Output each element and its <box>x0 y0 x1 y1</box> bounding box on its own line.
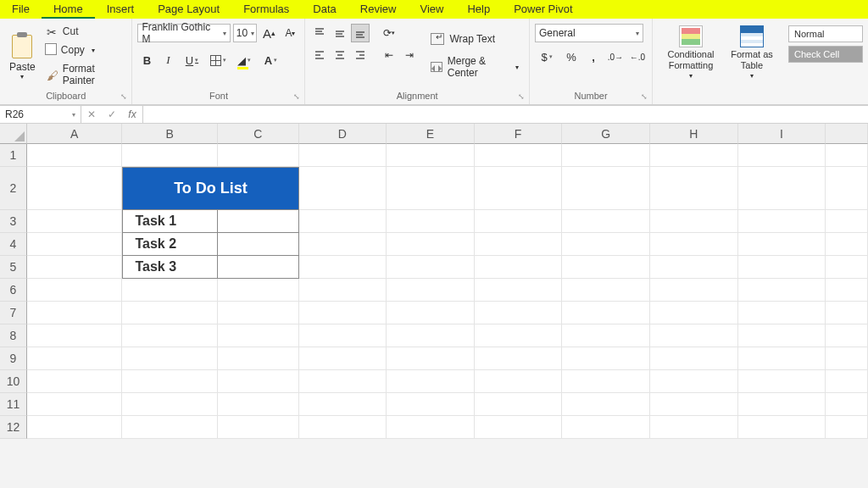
cell-b1[interactable] <box>122 144 218 167</box>
cell-j11[interactable] <box>826 393 868 416</box>
row-header-2[interactable]: 2 <box>0 167 27 210</box>
menu-data[interactable]: Data <box>301 0 348 19</box>
font-dialog-launcher[interactable]: ⤡ <box>292 92 302 103</box>
align-center-button[interactable] <box>331 46 349 64</box>
fill-color-button[interactable]: ◢▾ <box>232 51 256 69</box>
cell-d1[interactable] <box>299 144 387 167</box>
wrap-text-button[interactable]: Wrap Text <box>426 30 524 47</box>
menu-formulas[interactable]: Formulas <box>231 0 301 19</box>
cell-a5[interactable] <box>27 256 123 279</box>
col-header-e[interactable]: E <box>387 124 475 144</box>
row-header-6[interactable]: 6 <box>0 279 27 302</box>
cell-j12[interactable] <box>826 416 868 439</box>
cell-e11[interactable] <box>387 393 475 416</box>
cell-c4[interactable] <box>218 233 299 256</box>
cell-e10[interactable] <box>387 370 475 393</box>
cell-d9[interactable] <box>299 347 387 370</box>
menu-help[interactable]: Help <box>455 0 502 19</box>
cell-e5[interactable] <box>387 256 475 279</box>
cell-d11[interactable] <box>299 393 387 416</box>
decrease-indent-button[interactable]: ⇤ <box>380 46 398 64</box>
menu-power-pivot[interactable]: Power Pivot <box>502 0 584 19</box>
cell-g4[interactable] <box>562 233 650 256</box>
col-header-i[interactable]: I <box>738 124 826 144</box>
cell-g7[interactable] <box>562 302 650 324</box>
cell-f4[interactable] <box>475 233 563 256</box>
col-header-h[interactable]: H <box>650 124 738 144</box>
row-header-9[interactable]: 9 <box>0 347 27 370</box>
row-header-12[interactable]: 12 <box>0 416 27 439</box>
cell-g1[interactable] <box>562 144 650 167</box>
cell-e3[interactable] <box>387 210 475 233</box>
row-header-5[interactable]: 5 <box>0 256 27 279</box>
cell-d12[interactable] <box>299 416 387 439</box>
menu-home[interactable]: Home <box>42 0 95 19</box>
cell-d7[interactable] <box>299 302 387 324</box>
menu-insert[interactable]: Insert <box>95 0 147 19</box>
cell-f7[interactable] <box>475 302 563 324</box>
cell-c11[interactable] <box>218 393 299 416</box>
cell-i12[interactable] <box>738 416 826 439</box>
cell-g8[interactable] <box>562 324 650 347</box>
cell-e6[interactable] <box>387 279 475 302</box>
cell-e2[interactable] <box>387 167 475 210</box>
menu-view[interactable]: View <box>408 0 455 19</box>
cell-j1[interactable] <box>826 144 868 167</box>
cell-c1[interactable] <box>218 144 299 167</box>
cell-g3[interactable] <box>562 210 650 233</box>
cell-f10[interactable] <box>475 370 563 393</box>
clipboard-dialog-launcher[interactable]: ⤡ <box>119 92 129 103</box>
cell-d5[interactable] <box>299 256 387 279</box>
col-header-g[interactable]: G <box>562 124 650 144</box>
cell-j10[interactable] <box>826 370 868 393</box>
cell-e4[interactable] <box>387 233 475 256</box>
cell-c12[interactable] <box>218 416 299 439</box>
cell-g11[interactable] <box>562 393 650 416</box>
cell-b6[interactable] <box>122 279 218 302</box>
cell-a6[interactable] <box>27 279 123 302</box>
align-bottom-button[interactable] <box>351 24 370 42</box>
cell-e7[interactable] <box>387 302 475 324</box>
number-dialog-launcher[interactable]: ⤡ <box>639 92 649 103</box>
row-header-8[interactable]: 8 <box>0 324 27 347</box>
cell-e1[interactable] <box>387 144 475 167</box>
cell-b8[interactable] <box>122 324 218 347</box>
cell-g10[interactable] <box>562 370 650 393</box>
enter-formula-button[interactable]: ✓ <box>102 108 122 120</box>
row-header-11[interactable]: 11 <box>0 393 27 416</box>
decrease-font-button[interactable]: A▾ <box>281 24 299 42</box>
currency-button[interactable]: $▾ <box>535 47 559 66</box>
cell-h10[interactable] <box>650 370 738 393</box>
cell-f6[interactable] <box>475 279 563 302</box>
align-left-button[interactable] <box>310 46 329 64</box>
row-header-3[interactable]: 3 <box>0 210 27 233</box>
cell-g9[interactable] <box>562 347 650 370</box>
cell-h5[interactable] <box>650 256 738 279</box>
cell-a7[interactable] <box>27 302 123 324</box>
merge-center-button[interactable]: Merge & Center▾ <box>426 53 524 81</box>
cell-f11[interactable] <box>475 393 563 416</box>
cell-a11[interactable] <box>27 393 123 416</box>
cell-j3[interactable] <box>826 210 868 233</box>
col-header-j[interactable] <box>826 124 868 144</box>
cell-a3[interactable] <box>27 210 123 233</box>
cell-c10[interactable] <box>218 370 299 393</box>
cell-h9[interactable] <box>650 347 738 370</box>
cell-j8[interactable] <box>826 324 868 347</box>
row-header-4[interactable]: 4 <box>0 233 27 256</box>
cell-f5[interactable] <box>475 256 563 279</box>
cell-e9[interactable] <box>387 347 475 370</box>
cell-i6[interactable] <box>738 279 826 302</box>
cell-style-check-cell[interactable]: Check Cell <box>788 46 863 63</box>
align-right-button[interactable] <box>351 46 370 64</box>
cell-b9[interactable] <box>122 347 218 370</box>
cell-f12[interactable] <box>475 416 563 439</box>
cell-b3[interactable]: Task 1 <box>122 210 218 233</box>
underline-button[interactable]: U▾ <box>180 51 203 69</box>
cell-h8[interactable] <box>650 324 738 347</box>
cell-b2-c2-merged[interactable]: To Do List <box>122 167 298 210</box>
format-painter-button[interactable]: 🖌Format Painter <box>43 61 127 88</box>
cell-h7[interactable] <box>650 302 738 324</box>
cell-c7[interactable] <box>218 302 299 324</box>
italic-button[interactable]: I <box>159 51 177 69</box>
